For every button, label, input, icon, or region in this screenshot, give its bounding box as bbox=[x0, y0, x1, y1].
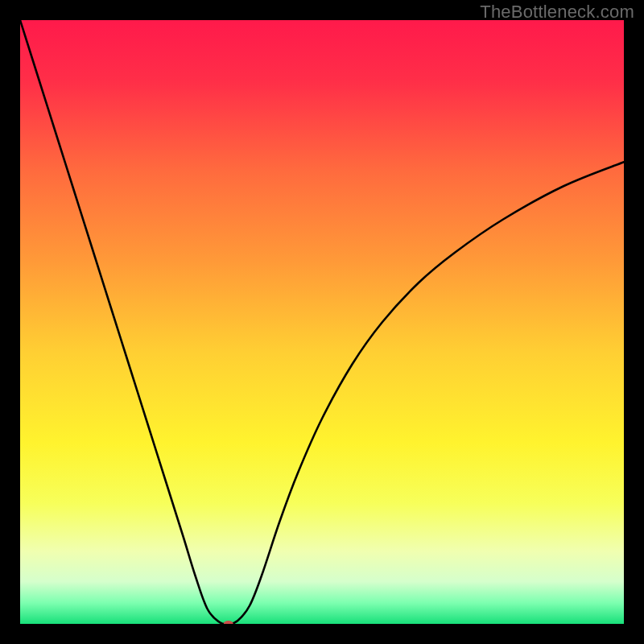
bottleneck-chart bbox=[20, 20, 624, 624]
chart-frame: TheBottleneck.com bbox=[0, 0, 644, 644]
plot-area bbox=[20, 20, 624, 624]
gradient-background bbox=[20, 20, 624, 624]
